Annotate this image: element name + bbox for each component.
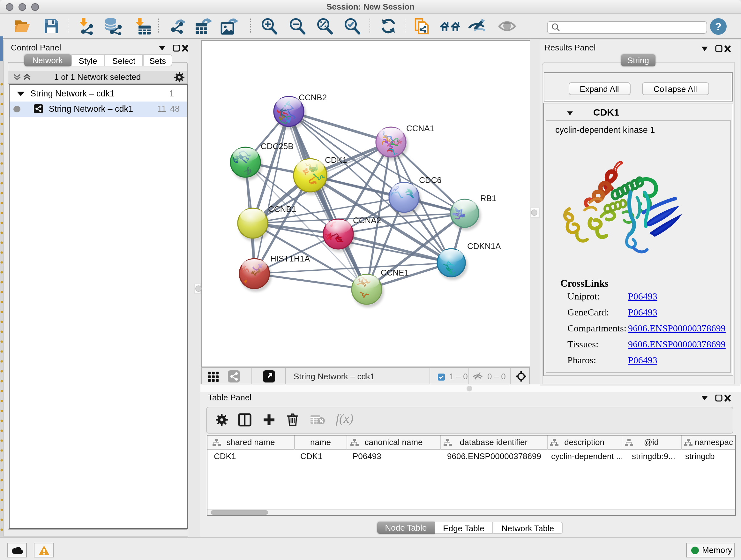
svg-text:CDC25B: CDC25B — [261, 141, 293, 151]
svg-text:CCNB2: CCNB2 — [299, 92, 327, 102]
svg-text:HIST1H1A: HIST1H1A — [270, 254, 310, 263]
svg-text:CDK1: CDK1 — [325, 155, 347, 165]
svg-text:CCNE1: CCNE1 — [381, 268, 409, 277]
svg-text:CCNA1: CCNA1 — [406, 124, 434, 133]
svg-text:CCNB1: CCNB1 — [268, 204, 296, 214]
svg-text:CCNA2: CCNA2 — [353, 215, 381, 225]
svg-text:RB1: RB1 — [480, 193, 496, 203]
svg-text:?: ? — [715, 20, 722, 33]
svg-text:CDC6: CDC6 — [419, 175, 442, 185]
svg-text:CDKN1A: CDKN1A — [467, 241, 501, 251]
